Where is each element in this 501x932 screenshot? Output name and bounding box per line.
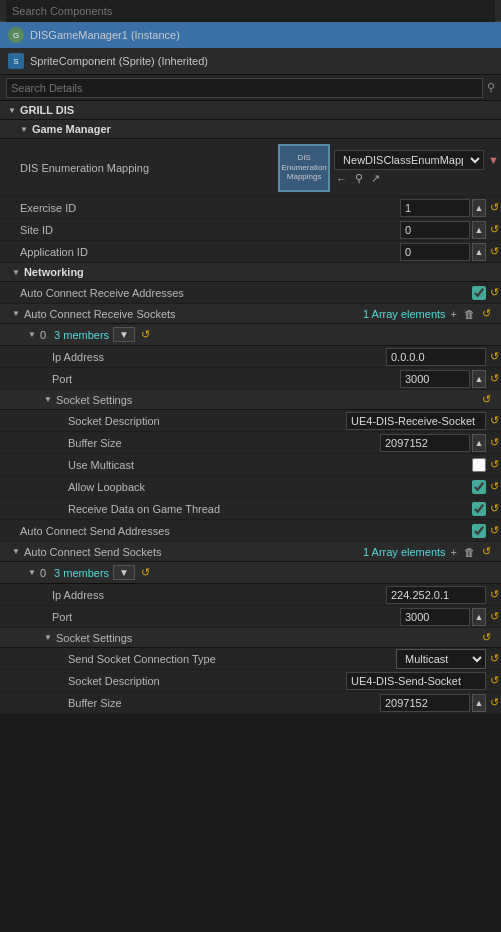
receive-buffer-size-value: ▲ ↺ bbox=[380, 434, 501, 452]
networking-arrow: ▼ bbox=[12, 268, 20, 277]
receive-socket-description-input[interactable] bbox=[346, 412, 486, 430]
send-socket-settings-section[interactable]: ▼ Socket Settings ↺ bbox=[0, 628, 501, 648]
dis-enum-search-btn[interactable]: ⚲ bbox=[353, 172, 365, 185]
auto-connect-receive-sockets-section[interactable]: ▼ Auto Connect Receive Sockets 1 Array e… bbox=[0, 304, 501, 324]
site-id-reset-btn[interactable]: ↺ bbox=[488, 223, 501, 236]
exercise-id-reset-btn[interactable]: ↺ bbox=[488, 201, 501, 214]
search-components-input[interactable] bbox=[6, 0, 495, 22]
send-socket-0-members: 3 members bbox=[54, 567, 109, 579]
auto-connect-send-sockets-section[interactable]: ▼ Auto Connect Send Sockets 1 Array elem… bbox=[0, 542, 501, 562]
send-port-reset-btn[interactable]: ↺ bbox=[488, 610, 501, 623]
receive-buffer-size-spin-btn[interactable]: ▲ bbox=[472, 434, 486, 452]
send-sockets-add-btn[interactable]: + bbox=[449, 546, 459, 558]
send-socket-0-reset-btn[interactable]: ↺ bbox=[139, 566, 152, 579]
dis-enum-back-btn[interactable]: ← bbox=[334, 173, 349, 185]
receive-buffer-size-reset-btn[interactable]: ↺ bbox=[488, 436, 501, 449]
component-item-sprite[interactable]: S SpriteComponent (Sprite) (Inherited) bbox=[0, 48, 501, 74]
auto-connect-receive-addresses-value: ↺ bbox=[472, 286, 501, 300]
auto-connect-receive-sockets-label: Auto Connect Receive Sockets bbox=[24, 308, 176, 320]
receive-socket-0-members: 3 members bbox=[54, 329, 109, 341]
receive-sockets-arrow: ▼ bbox=[12, 309, 20, 318]
site-id-value: ▲ ↺ bbox=[400, 221, 501, 239]
receive-ip-address-value: ↺ bbox=[386, 348, 501, 366]
dis-enum-expand-btn[interactable]: ↗ bbox=[369, 172, 382, 185]
networking-section[interactable]: ▼ Networking bbox=[0, 263, 501, 282]
receive-use-multicast-checkbox[interactable] bbox=[472, 458, 486, 472]
send-sockets-arrow: ▼ bbox=[12, 547, 20, 556]
send-socket-settings-reset-btn[interactable]: ↺ bbox=[480, 631, 493, 644]
application-id-spin-btn[interactable]: ▲ bbox=[472, 243, 486, 261]
properties-panel: ▼ GRILL DIS ▼ Game Manager DIS Enumerati… bbox=[0, 101, 501, 714]
receive-socket-settings-section[interactable]: ▼ Socket Settings ↺ bbox=[0, 390, 501, 410]
receive-socket-0-expand-btn[interactable]: ▼ bbox=[113, 327, 135, 342]
send-socket-0-section[interactable]: ▼ 0 3 members ▼ ↺ bbox=[0, 562, 501, 584]
send-buffer-size-spin-btn[interactable]: ▲ bbox=[472, 694, 486, 712]
send-socket-desc-reset-btn[interactable]: ↺ bbox=[488, 674, 501, 687]
send-port-input[interactable] bbox=[400, 608, 470, 626]
receive-ip-reset-btn[interactable]: ↺ bbox=[488, 350, 501, 363]
receive-port-row: Port ▲ ↺ bbox=[0, 368, 501, 390]
send-buffer-size-input[interactable] bbox=[380, 694, 470, 712]
send-ip-reset-btn[interactable]: ↺ bbox=[488, 588, 501, 601]
receive-socket-description-label: Socket Description bbox=[68, 415, 160, 427]
application-id-input[interactable] bbox=[400, 243, 470, 261]
send-socket-connection-type-value: Multicast Broadcast Unicast ↺ bbox=[396, 649, 501, 669]
receive-data-game-thread-reset-btn[interactable]: ↺ bbox=[488, 502, 501, 515]
search-details-input[interactable] bbox=[6, 78, 483, 98]
send-port-label: Port bbox=[52, 611, 72, 623]
send-socket-connection-type-select[interactable]: Multicast Broadcast Unicast bbox=[396, 649, 486, 669]
application-id-value: ▲ ↺ bbox=[400, 243, 501, 261]
site-id-input[interactable] bbox=[400, 221, 470, 239]
receive-allow-loopback-reset-btn[interactable]: ↺ bbox=[488, 480, 501, 493]
receive-buffer-size-label: Buffer Size bbox=[68, 437, 122, 449]
grill-dis-section[interactable]: ▼ GRILL DIS bbox=[0, 101, 501, 120]
send-socket-settings-label: Socket Settings bbox=[56, 632, 132, 644]
dis-enum-select[interactable]: NewDISClassEnumMappings bbox=[334, 150, 484, 170]
send-ip-address-input[interactable] bbox=[386, 586, 486, 604]
send-ip-address-row: Ip Address ↺ bbox=[0, 584, 501, 606]
auto-connect-send-addresses-label: Auto Connect Send Addresses bbox=[20, 525, 170, 537]
send-port-spin-btn[interactable]: ▲ bbox=[472, 608, 486, 626]
receive-data-game-thread-checkbox[interactable] bbox=[472, 502, 486, 516]
receive-allow-loopback-checkbox[interactable] bbox=[472, 480, 486, 494]
receive-port-label: Port bbox=[52, 373, 72, 385]
receive-port-reset-btn[interactable]: ↺ bbox=[488, 372, 501, 385]
application-id-reset-btn[interactable]: ↺ bbox=[488, 245, 501, 258]
receive-sockets-reset-btn[interactable]: ↺ bbox=[480, 307, 493, 320]
component-item-game-manager[interactable]: G DISGameManager1 (Instance) bbox=[0, 22, 501, 48]
exercise-id-input[interactable] bbox=[400, 199, 470, 217]
send-connection-type-reset-btn[interactable]: ↺ bbox=[488, 652, 501, 665]
auto-connect-receive-addresses-row: Auto Connect Receive Addresses ↺ bbox=[0, 282, 501, 304]
receive-use-multicast-reset-btn[interactable]: ↺ bbox=[488, 458, 501, 471]
receive-socket-settings-reset-btn[interactable]: ↺ bbox=[480, 393, 493, 406]
receive-buffer-size-input[interactable] bbox=[380, 434, 470, 452]
receive-sockets-add-btn[interactable]: + bbox=[449, 308, 459, 320]
receive-port-spin-btn[interactable]: ▲ bbox=[472, 370, 486, 388]
receive-socket-settings-arrow: ▼ bbox=[44, 395, 52, 404]
receive-sockets-delete-btn[interactable]: 🗑 bbox=[462, 308, 477, 320]
send-socket-description-input[interactable] bbox=[346, 672, 486, 690]
receive-port-input[interactable] bbox=[400, 370, 470, 388]
dis-enum-reset-btn[interactable]: ▼ bbox=[486, 154, 501, 166]
send-socket-0-index: 0 bbox=[40, 567, 46, 579]
game-manager-section[interactable]: ▼ Game Manager bbox=[0, 120, 501, 139]
auto-connect-receive-addresses-checkbox[interactable] bbox=[472, 286, 486, 300]
application-id-row: Application ID ▲ ↺ bbox=[0, 241, 501, 263]
exercise-id-spin-btn[interactable]: ▲ bbox=[472, 199, 486, 217]
send-sockets-reset-btn[interactable]: ↺ bbox=[480, 545, 493, 558]
send-socket-0-expand-btn[interactable]: ▼ bbox=[113, 565, 135, 580]
receive-socket-0-index: 0 bbox=[40, 329, 46, 341]
receive-ip-address-input[interactable] bbox=[386, 348, 486, 366]
component-item-label: DISGameManager1 (Instance) bbox=[30, 29, 180, 41]
receive-socket-desc-reset-btn[interactable]: ↺ bbox=[488, 414, 501, 427]
send-buffer-size-reset-btn[interactable]: ↺ bbox=[488, 696, 501, 709]
receive-socket-0-section[interactable]: ▼ 0 3 members ▼ ↺ bbox=[0, 324, 501, 346]
dis-enum-box: DIS Enumeration Mappings bbox=[278, 144, 330, 192]
receive-buffer-size-row: Buffer Size ▲ ↺ bbox=[0, 432, 501, 454]
auto-connect-send-addresses-reset-btn[interactable]: ↺ bbox=[488, 524, 501, 537]
auto-connect-send-addresses-checkbox[interactable] bbox=[472, 524, 486, 538]
send-sockets-delete-btn[interactable]: 🗑 bbox=[462, 546, 477, 558]
auto-connect-receive-addresses-reset-btn[interactable]: ↺ bbox=[488, 286, 501, 299]
receive-socket-0-reset-btn[interactable]: ↺ bbox=[139, 328, 152, 341]
site-id-spin-btn[interactable]: ▲ bbox=[472, 221, 486, 239]
